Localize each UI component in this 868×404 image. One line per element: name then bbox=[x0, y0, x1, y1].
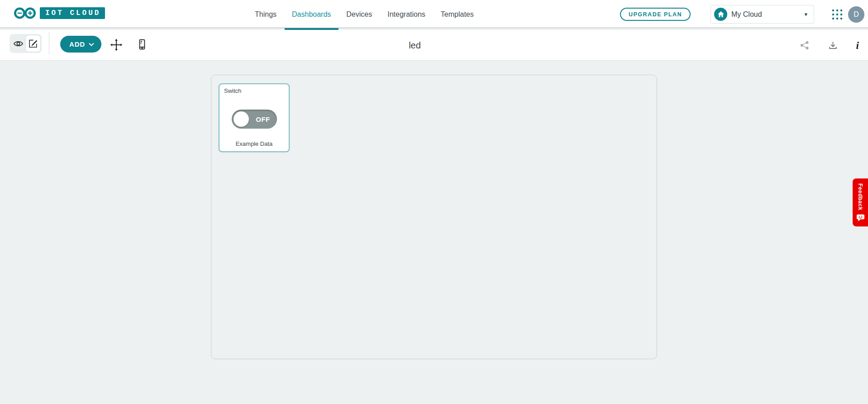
arduino-logo[interactable]: IOT CLOUD bbox=[14, 6, 105, 20]
grid-dot bbox=[832, 10, 834, 11]
dashboard-toolbar: ADD led bbox=[0, 30, 868, 61]
grid-dot bbox=[832, 18, 834, 19]
workspace-label: My Cloud bbox=[731, 10, 804, 19]
grid-dot bbox=[840, 18, 842, 19]
feedback-smiley-bubble-icon bbox=[856, 214, 865, 222]
mobile-layout-icon bbox=[136, 38, 148, 50]
download-button[interactable] bbox=[828, 40, 838, 51]
tab-templates[interactable]: Templates bbox=[441, 0, 474, 29]
tab-integrations[interactable]: Integrations bbox=[387, 0, 425, 29]
tab-things[interactable]: Things bbox=[255, 0, 277, 29]
move-icon bbox=[110, 38, 123, 51]
grid-dot bbox=[840, 14, 842, 15]
edit-mode-button[interactable] bbox=[26, 35, 41, 52]
tab-dashboards[interactable]: Dashboards bbox=[292, 0, 331, 29]
header-right-group: UPGRADE PLAN My Cloud ▾ D bbox=[620, 0, 864, 29]
switch-toggle[interactable]: OFF bbox=[232, 110, 277, 129]
share-button[interactable] bbox=[800, 40, 810, 51]
switch-widget-card[interactable]: Switch OFF Example Data bbox=[219, 83, 290, 152]
info-button[interactable]: i bbox=[856, 40, 859, 51]
apps-grid-icon[interactable] bbox=[832, 10, 842, 19]
arrange-widgets-button[interactable] bbox=[110, 38, 123, 51]
feedback-tab[interactable]: Feedback bbox=[853, 178, 868, 226]
widget-caption: Example Data bbox=[219, 140, 289, 147]
grid-dot bbox=[836, 18, 838, 19]
top-header: IOT CLOUD Things Dashboards Devices Inte… bbox=[0, 0, 868, 29]
switch-state-label: OFF bbox=[252, 110, 274, 129]
dashboard-title: led bbox=[0, 30, 830, 61]
download-icon bbox=[828, 40, 838, 51]
view-mode-button[interactable] bbox=[11, 35, 26, 52]
toolbar-divider bbox=[49, 32, 49, 55]
view-edit-toggle bbox=[10, 34, 42, 53]
feedback-label: Feedback bbox=[857, 183, 863, 210]
app-root: IOT CLOUD Things Dashboards Devices Inte… bbox=[0, 0, 868, 404]
upgrade-plan-button[interactable]: UPGRADE PLAN bbox=[620, 8, 691, 21]
eye-icon bbox=[13, 38, 24, 49]
switch-knob[interactable] bbox=[234, 111, 249, 127]
grid-dot bbox=[840, 10, 842, 11]
dashboard-grid-panel: Switch OFF Example Data bbox=[211, 75, 657, 359]
home-icon bbox=[714, 8, 727, 21]
share-icon bbox=[800, 40, 810, 51]
main-nav: Things Dashboards Devices Integrations T… bbox=[255, 0, 474, 29]
grid-dot bbox=[836, 10, 838, 11]
chevron-down-icon: ▾ bbox=[804, 11, 807, 18]
chevron-down-icon bbox=[89, 43, 94, 46]
add-button-label: ADD bbox=[69, 40, 85, 48]
iot-cloud-wordmark: IOT CLOUD bbox=[40, 7, 105, 19]
mobile-layout-button[interactable] bbox=[136, 38, 148, 50]
info-icon: i bbox=[856, 40, 859, 51]
edit-icon bbox=[28, 38, 38, 48]
avatar[interactable]: D bbox=[848, 6, 864, 23]
add-widget-button[interactable]: ADD bbox=[60, 36, 101, 53]
grid-dot bbox=[836, 14, 838, 15]
toolbar-right-group: i bbox=[800, 30, 859, 61]
tab-devices[interactable]: Devices bbox=[346, 0, 372, 29]
workspace-selector[interactable]: My Cloud ▾ bbox=[711, 5, 814, 24]
arduino-infinity-icon bbox=[14, 6, 36, 20]
widget-title: Switch bbox=[224, 87, 241, 94]
grid-dot bbox=[832, 14, 834, 15]
